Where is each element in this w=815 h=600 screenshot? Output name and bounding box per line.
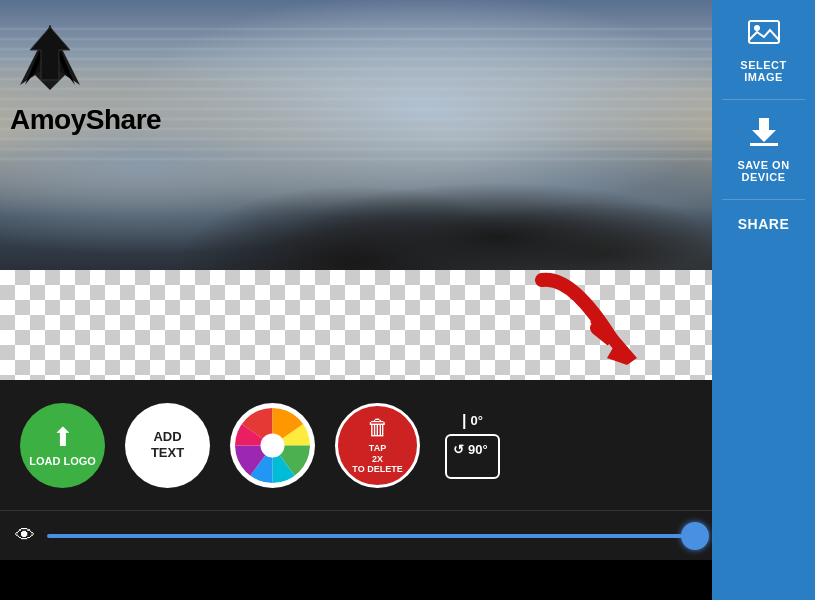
share-button[interactable]: SHARE bbox=[716, 206, 811, 242]
red-arrow-indicator bbox=[522, 270, 652, 380]
rotate-90-icon: ↺ 90° bbox=[448, 436, 498, 476]
svg-point-9 bbox=[261, 433, 285, 457]
load-logo-label: LOAD LOGO bbox=[29, 455, 96, 468]
rotate-0-label: 0° bbox=[471, 413, 483, 428]
save-on-device-label: SAVE ON DEVICE bbox=[721, 159, 806, 183]
add-text-label: ADDTEXT bbox=[151, 429, 184, 460]
delete-label: TAP2XTO DELETE bbox=[352, 443, 402, 475]
select-image-button[interactable]: SELECT IMAGE bbox=[716, 10, 811, 93]
sidebar-divider-2 bbox=[722, 199, 804, 200]
add-text-button[interactable]: ADDTEXT bbox=[125, 403, 210, 488]
rotate-90-button[interactable]: ↺ 90° bbox=[445, 434, 500, 479]
svg-text:90°: 90° bbox=[468, 442, 488, 457]
svg-rect-15 bbox=[750, 143, 778, 146]
svg-rect-12 bbox=[749, 21, 779, 43]
load-logo-button[interactable]: ⬆ LOAD LOGO bbox=[20, 403, 105, 488]
palette-inner bbox=[235, 408, 310, 483]
svg-text:↺: ↺ bbox=[453, 442, 464, 457]
save-on-device-button[interactable]: SAVE ON DEVICE bbox=[716, 106, 811, 193]
logo-overlay[interactable]: AmoyShare bbox=[10, 20, 161, 136]
save-icon bbox=[748, 116, 780, 155]
share-label: SHARE bbox=[738, 216, 790, 232]
opacity-slider-track[interactable] bbox=[47, 534, 697, 538]
amoyshare-logo-icon bbox=[10, 20, 90, 100]
right-sidebar: SELECT IMAGE SAVE ON DEVICE SHARE bbox=[712, 0, 815, 600]
opacity-bar-container: 👁 bbox=[0, 510, 712, 560]
rotate-0-indicator: | 0° bbox=[462, 412, 483, 430]
upload-icon: ⬆ bbox=[52, 422, 74, 453]
sidebar-divider-1 bbox=[722, 99, 804, 100]
image-canvas: AmoyShare bbox=[0, 0, 712, 270]
eye-icon: 👁 bbox=[15, 524, 35, 547]
color-palette-button[interactable] bbox=[230, 403, 315, 488]
palette-icon bbox=[235, 408, 310, 483]
transparent-canvas bbox=[0, 270, 712, 380]
image-icon-svg bbox=[748, 20, 780, 48]
delete-button[interactable]: 🗑 TAP2XTO DELETE bbox=[335, 403, 420, 488]
rotate-controls: | 0° ↺ 90° bbox=[445, 412, 500, 479]
save-icon-svg bbox=[748, 116, 780, 148]
trash-icon: 🗑 bbox=[367, 415, 389, 441]
svg-point-13 bbox=[754, 25, 760, 31]
svg-marker-14 bbox=[752, 118, 776, 142]
main-canvas: AmoyShare ⬆ LOAD LOGO ADDTEXT bbox=[0, 0, 712, 600]
rotate-0-line: | bbox=[462, 412, 466, 430]
logo-text: AmoyShare bbox=[10, 104, 161, 136]
select-image-label: SELECT IMAGE bbox=[721, 59, 806, 83]
select-image-icon bbox=[748, 20, 780, 55]
main-toolbar: ⬆ LOAD LOGO ADDTEXT bbox=[0, 380, 712, 510]
opacity-slider-thumb[interactable] bbox=[681, 522, 709, 550]
